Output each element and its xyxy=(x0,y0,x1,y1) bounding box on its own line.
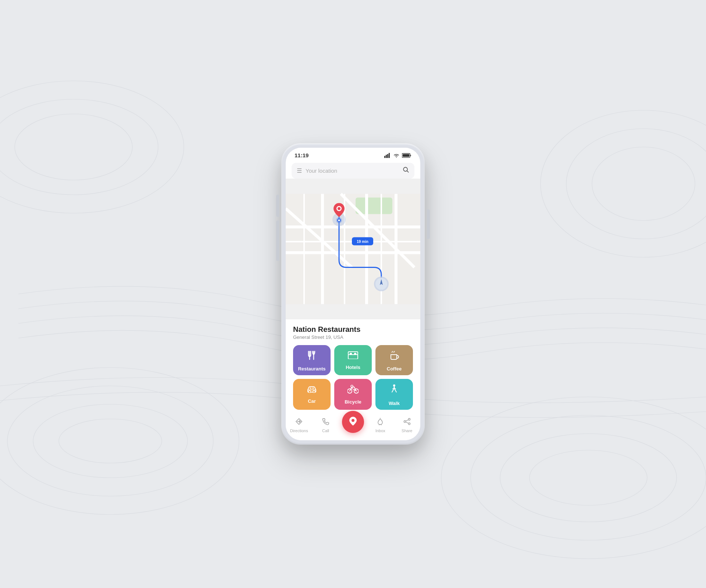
bottom-nav: Directions Call xyxy=(286,415,420,440)
svg-point-0 xyxy=(0,368,239,514)
walk-icon xyxy=(390,384,398,398)
nav-location-button[interactable] xyxy=(342,411,364,433)
svg-point-6 xyxy=(500,434,677,522)
svg-point-20 xyxy=(403,167,407,171)
svg-rect-17 xyxy=(389,153,390,158)
status-bar: 11:19 xyxy=(286,148,420,160)
search-icon[interactable] xyxy=(403,166,409,175)
status-time: 11:19 xyxy=(295,152,309,158)
call-icon xyxy=(322,418,329,427)
location-name: Nation Restaurants xyxy=(293,325,413,334)
menu-icon: ☰ xyxy=(297,167,302,174)
svg-line-63 xyxy=(406,420,408,421)
svg-rect-49 xyxy=(354,353,356,355)
svg-point-60 xyxy=(408,419,410,420)
phone-wrapper: 11:19 xyxy=(281,143,425,445)
svg-point-1 xyxy=(7,386,213,496)
svg-rect-16 xyxy=(387,154,388,158)
bottom-panel: Nation Restaurants General Street 19, US… xyxy=(286,319,420,415)
coffee-icon xyxy=(389,350,399,363)
pin-icon xyxy=(348,416,358,428)
battery-icon xyxy=(402,153,411,158)
svg-point-37 xyxy=(338,207,340,210)
svg-rect-54 xyxy=(312,387,314,389)
inbox-icon xyxy=(377,418,384,427)
inbox-label: Inbox xyxy=(375,429,385,433)
nav-share[interactable]: Share xyxy=(397,418,417,433)
search-bar[interactable]: ☰ Your location xyxy=(292,163,414,179)
svg-rect-47 xyxy=(348,355,358,359)
bicycle-icon xyxy=(347,384,359,396)
svg-rect-48 xyxy=(350,353,352,355)
nav-call[interactable]: Call xyxy=(315,418,336,433)
svg-rect-15 xyxy=(386,155,387,158)
svg-line-64 xyxy=(406,422,408,423)
bicycle-label: Bicycle xyxy=(345,399,361,405)
svg-rect-22 xyxy=(286,194,420,304)
category-restaurants-button[interactable]: Restaurants xyxy=(293,345,331,375)
coffee-label: Coffee xyxy=(387,366,402,372)
svg-point-13 xyxy=(592,147,695,220)
location-address: General Street 19, USA xyxy=(293,334,413,340)
phone-device: 11:19 xyxy=(281,143,425,445)
svg-point-59 xyxy=(352,419,354,422)
status-icons xyxy=(384,153,411,158)
hotels-icon xyxy=(348,350,358,362)
nav-directions[interactable]: Directions xyxy=(289,418,309,433)
wifi-icon xyxy=(393,153,400,158)
svg-point-2 xyxy=(33,404,188,478)
svg-point-8 xyxy=(0,81,184,213)
directions-label: Directions xyxy=(290,429,308,433)
restaurants-label: Restaurants xyxy=(298,366,325,372)
svg-point-4 xyxy=(441,397,706,559)
category-coffee-button[interactable]: Coffee xyxy=(375,345,413,375)
category-car-button[interactable]: Car xyxy=(293,379,331,410)
svg-point-12 xyxy=(566,129,706,239)
svg-point-40 xyxy=(338,219,340,221)
svg-rect-19 xyxy=(403,154,410,157)
svg-point-7 xyxy=(530,450,647,505)
svg-rect-14 xyxy=(384,156,385,158)
car-label: Car xyxy=(308,398,316,404)
car-icon xyxy=(306,384,317,395)
svg-point-5 xyxy=(471,415,706,540)
map-area[interactable]: 19 min xyxy=(286,179,420,319)
svg-point-50 xyxy=(309,391,311,393)
category-bicycle-button[interactable]: Bicycle xyxy=(334,379,372,410)
svg-point-10 xyxy=(15,114,132,180)
directions-icon xyxy=(295,418,303,427)
svg-point-62 xyxy=(408,423,410,425)
svg-point-9 xyxy=(0,99,158,195)
svg-rect-53 xyxy=(310,387,311,389)
share-icon xyxy=(403,418,411,427)
hotels-label: Hotels xyxy=(346,365,360,370)
phone-screen: 11:19 xyxy=(286,148,420,440)
svg-point-3 xyxy=(59,419,162,463)
search-input[interactable]: Your location xyxy=(306,168,403,174)
svg-rect-23 xyxy=(356,198,392,214)
restaurants-icon xyxy=(307,350,317,363)
category-walk-button[interactable]: Walk xyxy=(375,379,413,410)
signal-icon xyxy=(384,153,391,158)
category-grid: Restaurants Hotels xyxy=(293,345,413,410)
svg-point-61 xyxy=(404,421,406,423)
svg-text:19 min: 19 min xyxy=(357,240,368,244)
nav-inbox[interactable]: Inbox xyxy=(370,418,391,433)
call-label: Call xyxy=(322,429,329,433)
walk-label: Walk xyxy=(389,401,400,406)
category-hotels-button[interactable]: Hotels xyxy=(334,345,372,375)
location-info: Nation Restaurants General Street 19, US… xyxy=(293,325,413,340)
svg-line-21 xyxy=(407,171,409,173)
share-label: Share xyxy=(402,429,412,433)
svg-point-51 xyxy=(313,391,315,393)
svg-point-11 xyxy=(541,110,706,257)
